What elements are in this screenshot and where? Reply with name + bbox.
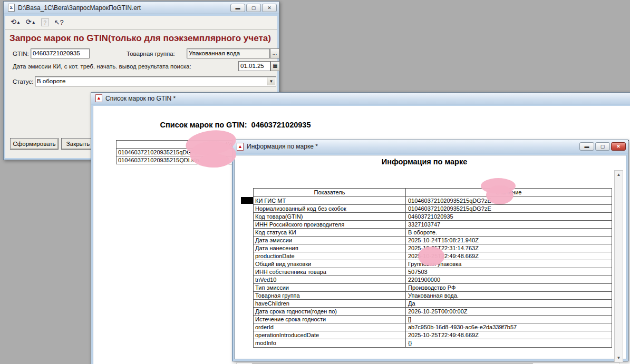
- close-icon[interactable]: ✕: [611, 142, 626, 151]
- gtin-label: GTIN:: [13, 51, 29, 57]
- scroll-up-icon[interactable]: ▲: [615, 171, 623, 179]
- row-label: Тип эмиссии: [254, 284, 406, 291]
- row-label: ИНН Российского производителя: [254, 221, 406, 228]
- maximize-button[interactable]: ▢: [246, 4, 261, 12]
- table-row[interactable]: ИНН Российского производителя 3327103747: [254, 221, 612, 229]
- row-label: tnVed10: [254, 276, 406, 283]
- table-row[interactable]: orderId ab7c950b-16d8-4930-ac6e-e2da339f…: [254, 323, 612, 331]
- row-label: Код товара(GTIN): [254, 213, 406, 220]
- product-group-input[interactable]: Упакованная вода: [187, 48, 270, 58]
- row-label: КИ ГИС МТ: [254, 197, 406, 204]
- context-help-icon[interactable]: ↖?: [54, 18, 64, 27]
- row-label: ИНН собственника товара: [254, 268, 406, 276]
- table-row[interactable]: Товарная группа Упакованная вода.: [254, 292, 612, 300]
- row-label: productionDate: [254, 252, 406, 260]
- row-value: 04603721020935: [406, 213, 612, 220]
- info-table-header: Показатель Значение: [254, 189, 612, 197]
- row-label: Дата срока годности(годен по): [254, 308, 406, 315]
- selected-cell-indicator[interactable]: [241, 197, 254, 204]
- row-value: 2025-10-24T15:08:21.940Z: [406, 237, 612, 244]
- row-value: 3327103747: [406, 221, 612, 228]
- table-row[interactable]: Истечение срока годности []: [254, 316, 612, 323]
- form-title: Запрос марок по GTIN(только для поэкземп…: [5, 29, 277, 46]
- query-window-title: D:\Basa_1C\Bera\ЗапросМарокПоGTIN.ert: [18, 4, 141, 12]
- row-value: 0104603721020935215qDG?zE: [406, 205, 612, 212]
- query-toolbar: ⟲▲ ⟳▲ ? ↖?: [5, 16, 277, 29]
- resize-grip[interactable]: ◢: [615, 362, 624, 364]
- save-report-icon[interactable]: ⟳▲: [26, 18, 36, 27]
- row-label: modInfo: [254, 339, 406, 347]
- desktop: { "colors": { "form_title_red": "#8e1a20…: [0, 0, 630, 364]
- row-label: Нормализованный код без скобок: [254, 205, 406, 212]
- row-label: Общий вид упаковки: [254, 260, 406, 268]
- row-value: 2201900000: [406, 276, 612, 283]
- redaction-blob: [199, 154, 230, 168]
- row-label: operationIntroducedDate: [254, 331, 406, 339]
- row-label: orderId: [254, 323, 406, 331]
- row-label: Дата эмиссии: [254, 237, 406, 244]
- row-value: {}: [406, 339, 612, 347]
- open-report-icon[interactable]: ⟲▲: [11, 18, 21, 27]
- row-value: В обороте.: [406, 229, 612, 236]
- table-row[interactable]: Код товара(GTIN) 04603721020935: [254, 213, 612, 221]
- row-label: Код статуса КИ: [254, 229, 406, 236]
- status-dropdown[interactable]: В обороте ▼: [35, 76, 276, 86]
- row-value: Да: [406, 300, 612, 307]
- table-row[interactable]: tnVed10 2201900000: [254, 276, 612, 284]
- redaction-blob: [486, 185, 513, 204]
- status-label: Статус:: [13, 78, 34, 85]
- chevron-down-icon[interactable]: ▼: [267, 77, 275, 85]
- emission-date-input[interactable]: 01.01.25: [238, 61, 270, 71]
- row-value: Производство РФ: [406, 284, 612, 291]
- row-value: 2026-10-25T00:00:00Z: [406, 308, 612, 315]
- gtin-input[interactable]: 04603721020935: [31, 48, 90, 58]
- table-row[interactable]: operationIntroducedDate 2025-10-25T22:49…: [254, 331, 612, 339]
- minimize-button[interactable]: ▬: [230, 4, 245, 12]
- table-row[interactable]: Дата эмиссии 2025-10-24T15:08:21.940Z: [254, 237, 612, 244]
- minimize-button[interactable]: ▬: [579, 142, 594, 151]
- product-group-label: Товарная группа:: [127, 51, 175, 57]
- info-table: Показатель Значение КИ ГИС МТ 0104603721…: [253, 188, 612, 348]
- close-form-button[interactable]: Закрыть: [61, 138, 95, 150]
- product-group-browse-button[interactable]: ...: [270, 48, 279, 58]
- row-label: Товарная группа: [254, 292, 406, 299]
- col-indicator: Показатель: [254, 189, 406, 196]
- table-row[interactable]: Дата срока годности(годен по) 2026-10-25…: [254, 308, 612, 316]
- row-value: Упакованная вода.: [406, 292, 612, 299]
- table-row[interactable]: Нормализованный код без скобок 010460372…: [254, 205, 612, 213]
- spreadsheet-icon: ▲: [237, 143, 244, 151]
- maximize-button[interactable]: ▢: [595, 142, 610, 151]
- row-value: 507503: [406, 268, 612, 276]
- row-value: 2025-10-25T22:49:48.669Z: [406, 331, 612, 339]
- table-row[interactable]: Тип эмиссии Производство РФ: [254, 284, 612, 292]
- info-window-titlebar[interactable]: ▲ Информация по марке * ▬ ▢ ✕: [232, 140, 628, 153]
- info-heading: Информация по марке: [235, 158, 614, 166]
- calendar-icon[interactable]: ▦: [270, 61, 280, 71]
- emission-date-label: Дата эмиссии КИ, с кот. треб. начать. вы…: [13, 63, 191, 70]
- redaction-blob: [418, 247, 444, 266]
- row-label: haveChildren: [254, 300, 406, 307]
- spreadsheet-icon: ▲: [95, 94, 102, 102]
- table-row[interactable]: haveChildren Да: [254, 300, 612, 308]
- table-row[interactable]: Код статуса КИ В обороте.: [254, 229, 612, 237]
- table-row[interactable]: ИНН собственника товара 507503: [254, 268, 612, 276]
- query-window-titlebar[interactable]: Σ D:\Basa_1C\Bera\ЗапросМарокПоGTIN.ert …: [4, 2, 279, 14]
- row-value: []: [406, 316, 612, 323]
- info-window-title: Информация по марке *: [247, 143, 318, 150]
- ert-report-icon: Σ: [8, 4, 15, 12]
- table-row[interactable]: КИ ГИС МТ 0104603721020935215qDG?zE: [254, 197, 612, 205]
- close-button[interactable]: ✕: [262, 4, 277, 12]
- row-label: Истечение срока годности: [254, 316, 406, 323]
- list-window-titlebar[interactable]: ▲ Список марок по GTIN *: [91, 93, 630, 104]
- row-value: ab7c950b-16d8-4930-ac6e-e2da339f7b57: [406, 323, 612, 331]
- vertical-scrollbar[interactable]: ▲ ▼: [614, 170, 623, 362]
- scroll-down-icon[interactable]: ▼: [615, 354, 623, 362]
- help-topic-icon: ?: [41, 18, 49, 26]
- list-window-title: Список марок по GTIN *: [105, 95, 176, 102]
- generate-button[interactable]: Сформировать: [10, 138, 59, 150]
- status-value: В обороте: [37, 78, 65, 84]
- row-label: Дата нанесения: [254, 244, 406, 252]
- table-row[interactable]: modInfo {}: [254, 339, 612, 347]
- list-heading: Список марок по GTIN: 04603721020935: [116, 121, 355, 129]
